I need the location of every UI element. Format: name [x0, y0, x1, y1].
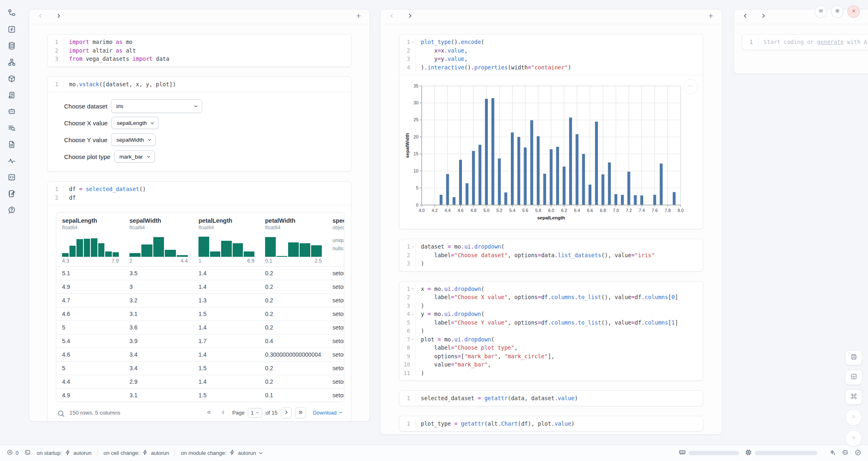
sidebar-network-button[interactable] — [6, 58, 17, 68]
cell-dataframe[interactable]: 1df = selected_dataset()2df sepalLengthf… — [47, 181, 351, 422]
column-header-sepalLength[interactable]: sepalLengthfloat644.37.9 — [56, 212, 124, 267]
network-icon — [7, 58, 16, 68]
first-page-button[interactable] — [203, 407, 215, 418]
autorun-value: autorun — [238, 450, 256, 456]
column-back-button[interactable] — [387, 12, 396, 21]
prev-page-button[interactable] — [218, 407, 229, 418]
table-row[interactable]: 4.73.21.30.2setosa — [56, 294, 344, 307]
column-histogram — [62, 235, 119, 257]
sidebar-database-button[interactable] — [6, 41, 17, 52]
cell-new-empty[interactable]: 1Start coding or generate with AI — [742, 34, 868, 50]
fold-toggle[interactable] — [410, 310, 416, 318]
choose-dataset-select[interactable]: iris — [111, 99, 202, 113]
autorun-setting[interactable]: on startup:autorun — [37, 449, 92, 457]
column-forward-button[interactable] — [759, 12, 768, 21]
table-row[interactable]: 4.931.40.2setosa — [56, 280, 344, 294]
cell-dataset-dropdown[interactable]: 1dataset = mo.ui.dropdown(2 label="Choos… — [399, 239, 703, 272]
add-cell-button[interactable] — [354, 12, 363, 21]
fold-toggle[interactable] — [410, 285, 416, 293]
fold-toggle[interactable] — [410, 335, 416, 344]
last-page-button[interactable] — [295, 407, 306, 418]
run-button[interactable] — [845, 430, 862, 447]
shutdown-button[interactable] — [847, 5, 860, 18]
sidebar-function-square-button[interactable] — [6, 25, 17, 35]
code-editor[interactable]: 1mo.vstack([dataset, x, y, plot]) — [48, 77, 351, 92]
sidebar-help-circle-button[interactable] — [6, 205, 17, 216]
choose-x-value-select[interactable]: sepalLength — [111, 117, 159, 129]
cell-plot[interactable]: 1plot_type().encode(2 x=x.value,3 y=y.va… — [399, 34, 703, 229]
errors-indicator[interactable]: 0 — [7, 449, 18, 457]
table-row[interactable]: 4.93.11.50.1setosa — [56, 389, 344, 402]
menu-button[interactable] — [815, 5, 827, 18]
column-header-species[interactable]: speciesobjectunique:nulls: — [327, 212, 344, 267]
table-row[interactable]: 4.63.11.50.2setosa — [56, 307, 344, 321]
sidebar-code-block-button[interactable] — [6, 173, 17, 183]
code-editor[interactable]: 1selected_dataset = getattr(data, datase… — [399, 391, 703, 406]
fold-toggle[interactable] — [410, 38, 416, 46]
code-editor[interactable]: 1dataset = mo.ui.dropdown(2 label="Choos… — [399, 239, 703, 271]
code-editor[interactable]: 1plot_type().encode(2 x=x.value,3 y=y.va… — [399, 35, 703, 75]
autorun-setting[interactable]: on cell change:autorun — [104, 449, 169, 457]
cell-selected-dataset[interactable]: 1selected_dataset = getattr(data, datase… — [399, 390, 703, 406]
save-button[interactable] — [845, 350, 862, 365]
next-page-button[interactable] — [281, 407, 292, 418]
svg-text:4.2: 4.2 — [432, 208, 438, 213]
sidebar-file-tree-button[interactable] — [6, 8, 17, 19]
svg-text:sepalWidth: sepalWidth — [405, 133, 410, 158]
sidebar-activity-button[interactable] — [6, 156, 17, 167]
command-palette-button[interactable] — [845, 390, 862, 405]
layout-button[interactable] — [845, 370, 862, 385]
page-select[interactable]: 1 — [248, 408, 262, 418]
column-forward-button[interactable] — [54, 12, 63, 21]
table-row[interactable]: 5.43.91.70.4setosa — [56, 334, 344, 348]
table-row[interactable]: 53.61.40.2setosa — [56, 321, 344, 334]
svg-text:30: 30 — [413, 100, 418, 105]
column-histogram — [129, 235, 188, 257]
svg-text:4.0: 4.0 — [419, 208, 425, 213]
ai-assist-button[interactable] — [829, 449, 836, 457]
download-button[interactable]: Download — [313, 410, 343, 416]
code-editor[interactable]: 1x = mo.ui.dropdown(2 label="Choose X va… — [399, 281, 703, 381]
database-icon — [7, 41, 16, 52]
search-icon[interactable] — [57, 409, 64, 416]
sidebar-bot-message-button[interactable] — [6, 107, 17, 118]
column-back-button[interactable] — [36, 12, 45, 21]
column-forward-button[interactable] — [405, 12, 414, 21]
terminal-button[interactable] — [24, 449, 31, 457]
cell-plot-type[interactable]: 1plot_type = getattr(alt.Chart(df), plot… — [399, 416, 703, 432]
code-line: 2import altair as alt — [48, 46, 351, 55]
cell-xy-plot-dropdowns[interactable]: 1x = mo.ui.dropdown(2 label="Choose X va… — [399, 281, 703, 381]
table-row[interactable]: 5.13.51.40.2setosa — [56, 267, 344, 280]
column-header-petalWidth[interactable]: petalWidthfloat640.12.5 — [259, 212, 327, 267]
connection-status[interactable] — [854, 449, 861, 457]
cell-vstack[interactable]: 1mo.vstack([dataset, x, y, plot]) Choose… — [47, 76, 351, 172]
code-editor[interactable]: 1df = selected_dataset()2df — [48, 182, 351, 205]
stop-button[interactable] — [845, 409, 862, 426]
table-row[interactable]: 4.42.91.40.2setosa — [56, 375, 344, 389]
copilot-button[interactable] — [842, 449, 849, 457]
settings-button[interactable] — [831, 5, 843, 18]
autorun-setting[interactable]: on module change:autorun — [181, 449, 263, 457]
choose-plot-type-select[interactable]: mark_bar — [114, 150, 155, 163]
altair-chart[interactable]: 4.04.24.44.64.85.05.25.45.65.86.06.26.46… — [404, 81, 686, 223]
file-tree-icon — [7, 9, 16, 19]
chart-menu-button[interactable] — [683, 79, 698, 94]
column-header-sepalWidth[interactable]: sepalWidthfloat6424.4 — [124, 212, 193, 267]
add-cell-button[interactable] — [706, 12, 715, 21]
choose-y-value-select[interactable]: sepalWidth — [111, 134, 156, 146]
sidebar-notebook-pen-button[interactable] — [6, 189, 17, 200]
fold-toggle[interactable] — [410, 242, 416, 251]
code-editor[interactable]: 1import marimo as mo2import altair as al… — [48, 35, 351, 67]
sidebar-package-button[interactable] — [6, 74, 17, 85]
column-back-button[interactable] — [741, 12, 750, 21]
sidebar-scroll-button[interactable] — [6, 90, 17, 101]
column-header-petalLength[interactable]: petalLengthfloat6416.9 — [193, 212, 259, 267]
code-editor[interactable]: 1plot_type = getattr(alt.Chart(df), plot… — [399, 416, 703, 431]
cell-imports[interactable]: 1import marimo as mo2import altair as al… — [47, 34, 351, 67]
chevron-right-icon — [55, 13, 62, 21]
code-editor-placeholder[interactable]: 1Start coding or generate with AI — [742, 35, 868, 50]
sidebar-search-list-button[interactable] — [6, 123, 17, 134]
table-row[interactable]: 4.63.41.40.3000000000000004setosa — [56, 348, 344, 362]
table-row[interactable]: 53.41.50.2setosa — [56, 362, 344, 375]
sidebar-file-text-button[interactable] — [6, 140, 17, 150]
